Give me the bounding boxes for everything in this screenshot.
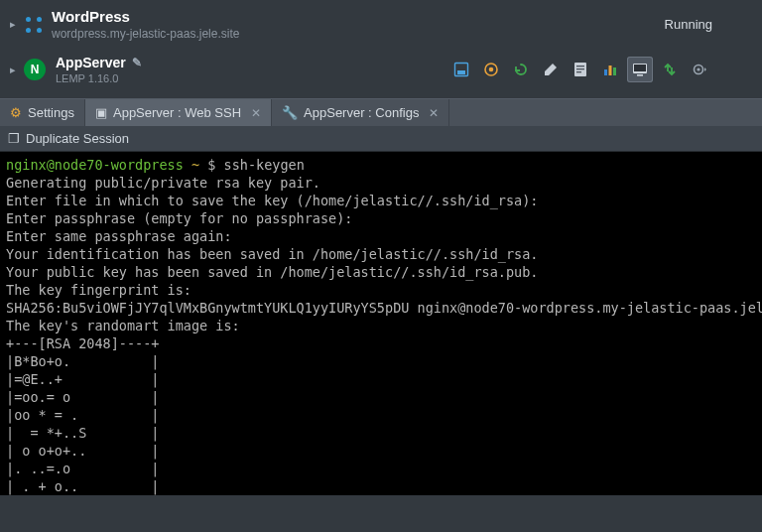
node-info: AppServer ✎ LEMP 1.16.0 bbox=[56, 55, 142, 84]
svg-rect-1 bbox=[457, 70, 465, 74]
svg-rect-5 bbox=[576, 66, 584, 66]
environment-title: WordPress bbox=[52, 8, 239, 25]
config-icon[interactable] bbox=[538, 57, 564, 82]
duplicate-icon[interactable]: ❐ bbox=[8, 131, 20, 146]
terminal-line: +---[RSA 2048]----+ bbox=[6, 335, 159, 351]
node-row[interactable]: ▸ N AppServer ✎ LEMP 1.16.0 ↖ Web SSH bbox=[0, 49, 762, 98]
tab-webssh[interactable]: ▣ AppServer : Web SSH ✕ bbox=[85, 99, 272, 126]
terminal-line: | o o+o+.. | bbox=[6, 443, 159, 459]
tab-settings[interactable]: ⚙ Settings bbox=[0, 99, 85, 126]
prompt-path: ~ bbox=[191, 157, 199, 173]
duplicate-session-button[interactable]: Duplicate Session bbox=[26, 131, 129, 146]
terminal-line: Enter file in which to save the key (/ho… bbox=[6, 193, 538, 208]
node-title: AppServer bbox=[56, 55, 126, 70]
nginx-icon: N bbox=[24, 59, 46, 80]
svg-point-15 bbox=[697, 67, 699, 70]
terminal-line: |=oo.= o | bbox=[6, 389, 159, 405]
gear-icon: ⚙ bbox=[10, 105, 22, 120]
chevron-right-icon[interactable]: ▸ bbox=[10, 18, 24, 31]
environment-domain: wordpress.my-jelastic-paas.jele.site bbox=[52, 27, 239, 41]
terminal-line: SHA256:Bu5viOWFjJY7qlVMxBGnywtmtYUKLQ1yy… bbox=[6, 300, 762, 316]
environment-info: WordPress wordpress.my-jelastic-paas.jel… bbox=[52, 8, 239, 41]
terminal-icon: ▣ bbox=[95, 105, 107, 120]
close-icon[interactable]: ✕ bbox=[429, 106, 439, 120]
terminal-line: Generating public/private rsa key pair. bbox=[6, 175, 320, 191]
environment-status: Running bbox=[665, 17, 752, 32]
close-icon[interactable]: ✕ bbox=[251, 106, 261, 120]
environment-row[interactable]: ▸ WordPress wordpress.my-jelastic-paas.j… bbox=[0, 0, 762, 49]
terminal-line: Your public key has been saved in /home/… bbox=[6, 264, 538, 280]
terminal-line: |. ..=.o | bbox=[6, 461, 159, 476]
restart-icon[interactable] bbox=[508, 57, 534, 82]
node-subtitle: LEMP 1.16.0 bbox=[56, 72, 142, 84]
session-bar: ❐ Duplicate Session bbox=[0, 126, 762, 152]
svg-rect-8 bbox=[604, 69, 607, 75]
terminal-output[interactable]: nginx@node70-wordpress ~ $ ssh-keygen Ge… bbox=[0, 152, 762, 495]
tab-label: AppServer : Configs bbox=[304, 105, 419, 120]
terminal-line: |B*Bo+o. | bbox=[6, 353, 159, 369]
prompt-user: nginx@node70-wordpress bbox=[6, 157, 184, 173]
terminal-line: The key's randomart image is: bbox=[6, 318, 240, 333]
svg-point-3 bbox=[489, 67, 494, 72]
tab-label: Settings bbox=[28, 105, 74, 120]
prompt-command: ssh-keygen bbox=[224, 157, 305, 173]
node-toolbar: ↖ Web SSH bbox=[448, 57, 752, 82]
terminal-line: The key fingerprint is: bbox=[6, 282, 191, 298]
terminal-line: |=@E..+ | bbox=[6, 371, 159, 387]
terminal-line: | . + o.. | bbox=[6, 478, 159, 494]
addon-icon[interactable] bbox=[478, 57, 504, 82]
terminal-line: Enter same passphrase again: bbox=[6, 228, 232, 244]
log-icon[interactable] bbox=[568, 57, 593, 82]
svg-rect-7 bbox=[576, 71, 581, 72]
redeploy-icon[interactable] bbox=[657, 57, 683, 82]
svg-rect-6 bbox=[576, 68, 584, 69]
tab-label: AppServer : Web SSH bbox=[113, 105, 241, 120]
terminal-line: | = *+..S | bbox=[6, 425, 159, 441]
tab-configs[interactable]: 🔧 AppServer : Configs ✕ bbox=[272, 99, 449, 126]
chevron-right-icon[interactable]: ▸ bbox=[10, 64, 24, 76]
wrench-icon: 🔧 bbox=[282, 105, 298, 120]
svg-rect-13 bbox=[637, 74, 643, 76]
terminal-line: Enter passphrase (empty for no passphras… bbox=[6, 210, 353, 226]
web-ssh-button[interactable] bbox=[627, 57, 653, 82]
svg-rect-12 bbox=[634, 65, 646, 71]
tab-bar: ⚙ Settings ▣ AppServer : Web SSH ✕ 🔧 App… bbox=[0, 98, 762, 126]
svg-rect-10 bbox=[613, 67, 616, 75]
statistics-icon[interactable] bbox=[597, 57, 623, 82]
edit-icon[interactable]: ✎ bbox=[132, 56, 142, 69]
terminal-line: Your identification has been saved in /h… bbox=[6, 246, 538, 262]
svg-rect-9 bbox=[609, 66, 612, 75]
save-icon[interactable] bbox=[448, 57, 474, 82]
prompt-symbol: $ bbox=[207, 157, 215, 173]
environment-icon bbox=[24, 15, 44, 35]
terminal-line: |oo * = . | bbox=[6, 407, 159, 423]
settings-gear-icon[interactable] bbox=[687, 57, 712, 82]
